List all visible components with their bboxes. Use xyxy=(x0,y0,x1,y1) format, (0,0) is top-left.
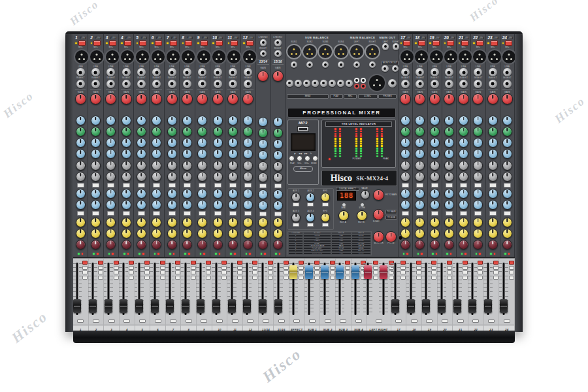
blue-knob[interactable] xyxy=(167,138,177,148)
gray-knob[interactable] xyxy=(243,172,253,182)
yellow-knob[interactable] xyxy=(152,218,161,227)
blue-knob[interactable] xyxy=(91,149,101,159)
fader-track[interactable] xyxy=(499,260,508,318)
line-input-jack[interactable] xyxy=(431,68,439,76)
fader-track[interactable] xyxy=(351,260,360,318)
mic-xlr-input[interactable] xyxy=(226,49,242,65)
eq-switch-button[interactable] xyxy=(244,211,252,216)
mute-button[interactable] xyxy=(268,261,273,265)
assign-button[interactable] xyxy=(345,276,350,280)
gray-knob[interactable] xyxy=(182,172,192,182)
fader-track[interactable] xyxy=(437,260,446,318)
fader-cap[interactable] xyxy=(105,299,112,313)
line-input-jack[interactable] xyxy=(106,68,115,76)
gray-knob[interactable] xyxy=(213,172,223,182)
pfl-button[interactable] xyxy=(340,319,346,323)
assign-button[interactable] xyxy=(463,276,468,280)
green-knob[interactable] xyxy=(415,127,425,137)
blue-knob[interactable] xyxy=(488,149,498,159)
fader-cap[interactable] xyxy=(166,299,174,313)
send-jack[interactable] xyxy=(312,80,319,87)
assign-button[interactable] xyxy=(98,266,103,270)
blue-knob[interactable] xyxy=(459,116,468,125)
gray-knob[interactable] xyxy=(400,161,410,171)
pfl-button[interactable] xyxy=(123,319,130,323)
eq-switch-button[interactable] xyxy=(214,183,221,188)
gray-knob[interactable] xyxy=(444,172,454,182)
blue-knob[interactable] xyxy=(473,138,483,148)
pfl-button[interactable] xyxy=(216,319,223,323)
insert-jack[interactable] xyxy=(474,80,482,88)
mute-button[interactable] xyxy=(160,261,165,265)
fader-cap[interactable] xyxy=(468,299,476,313)
mute-button[interactable] xyxy=(129,261,134,265)
blue-knob[interactable] xyxy=(459,149,468,159)
gray-knob[interactable] xyxy=(91,172,101,182)
edit-a-knob[interactable] xyxy=(338,210,349,221)
fader-track[interactable] xyxy=(196,260,205,318)
assign-button[interactable] xyxy=(206,276,211,280)
maroon-knob[interactable] xyxy=(400,240,410,250)
maroon-knob[interactable] xyxy=(122,240,131,250)
phantom-button[interactable] xyxy=(461,41,468,46)
pfl-button[interactable] xyxy=(426,319,433,323)
blue-knob[interactable] xyxy=(91,138,101,148)
eq-switch-button[interactable] xyxy=(214,211,221,216)
blue-knob[interactable] xyxy=(430,138,440,148)
blue-knob[interactable] xyxy=(488,189,498,199)
eq-switch-button[interactable] xyxy=(199,183,206,188)
mute-button[interactable] xyxy=(478,261,483,265)
fader-track[interactable] xyxy=(227,260,237,318)
assign-button[interactable] xyxy=(129,276,134,280)
maroon-knob[interactable] xyxy=(488,240,498,250)
blue-knob[interactable] xyxy=(152,138,161,148)
eq-switch-button[interactable] xyxy=(504,183,511,188)
edit-b-knob[interactable] xyxy=(357,210,367,221)
yellow-knob[interactable] xyxy=(243,218,253,227)
assign-button[interactable] xyxy=(206,270,211,274)
monitor-out-jack[interactable] xyxy=(392,65,399,73)
insert-out-jack[interactable] xyxy=(338,61,345,69)
fader-track[interactable] xyxy=(165,260,174,318)
blue-knob[interactable] xyxy=(459,200,468,210)
fader-cap[interactable] xyxy=(321,265,329,279)
to-main-button[interactable]: TO MAIN xyxy=(385,210,397,214)
assign-button[interactable] xyxy=(330,266,335,270)
gain-knob[interactable] xyxy=(136,93,147,105)
pfl-button[interactable] xyxy=(278,319,285,323)
blue-knob[interactable] xyxy=(213,138,223,148)
blue-knob[interactable] xyxy=(152,189,161,199)
blue-knob[interactable] xyxy=(400,116,410,125)
blue-knob[interactable] xyxy=(488,138,498,148)
gray-knob[interactable] xyxy=(228,172,238,182)
pfl-button[interactable] xyxy=(411,319,417,323)
phantom-button[interactable] xyxy=(447,41,454,46)
mute-button[interactable] xyxy=(221,261,227,265)
mute-button[interactable] xyxy=(98,261,103,265)
line-input-jack[interactable] xyxy=(503,68,512,76)
fader-cap[interactable] xyxy=(305,265,313,279)
maroon-knob[interactable] xyxy=(76,240,86,250)
eq-switch-button[interactable] xyxy=(402,183,409,188)
green-knob[interactable] xyxy=(459,127,468,137)
insert-jack[interactable] xyxy=(76,80,85,88)
insert-jack[interactable] xyxy=(152,80,161,88)
aux-master-knob[interactable] xyxy=(321,193,330,202)
yellow-knob[interactable] xyxy=(273,229,283,238)
phantom-button[interactable] xyxy=(403,41,410,46)
blue-knob[interactable] xyxy=(502,138,512,148)
assign-button[interactable] xyxy=(237,276,242,280)
eq-switch-button[interactable] xyxy=(274,212,282,216)
fader-track[interactable] xyxy=(421,260,431,318)
gray-knob[interactable] xyxy=(473,161,483,171)
eq-switch-button[interactable] xyxy=(169,183,176,188)
yellow-knob[interactable] xyxy=(76,229,86,238)
fader-cap[interactable] xyxy=(453,299,461,313)
phones-jack[interactable] xyxy=(388,79,397,88)
yellow-knob[interactable] xyxy=(444,218,454,227)
assign-button[interactable] xyxy=(314,276,319,280)
pfl-button[interactable] xyxy=(504,319,510,323)
blue-knob[interactable] xyxy=(473,149,483,159)
assign-button[interactable] xyxy=(175,270,180,274)
insert-jack[interactable] xyxy=(229,80,237,88)
